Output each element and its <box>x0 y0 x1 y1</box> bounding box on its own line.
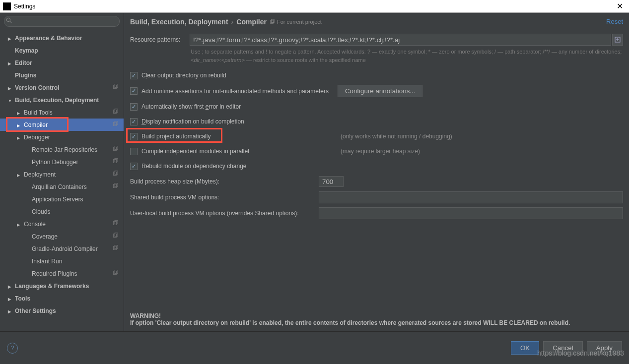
breadcrumb-part: Build, Execution, Deployment <box>130 18 228 26</box>
copy-icon <box>113 146 119 153</box>
rebuild-dep-checkbox[interactable] <box>130 163 138 170</box>
help-button[interactable]: ? <box>7 343 18 354</box>
sidebar-item-plugins[interactable]: Plugins <box>0 69 124 81</box>
expand-icon[interactable] <box>612 34 623 46</box>
sidebar-item-required-plugins[interactable]: Required Plugins <box>0 267 124 280</box>
sidebar-item-label: Appearance & Behavior <box>15 35 82 42</box>
sidebar-item-appearance-behavior[interactable]: Appearance & Behavior <box>0 32 124 44</box>
chevron-right-icon <box>17 221 22 228</box>
copy-icon <box>113 245 119 252</box>
build-auto-hint: (only works while not running / debuggin… <box>321 133 452 140</box>
copy-icon <box>113 109 119 116</box>
chevron-down-icon <box>8 97 13 104</box>
sidebar-item-coverage[interactable]: Coverage <box>0 230 124 243</box>
sidebar-item-label: Other Settings <box>15 307 56 314</box>
chevron-right-icon <box>8 35 13 42</box>
sidebar-item-gradle-android-compiler[interactable]: Gradle-Android Compiler <box>0 243 124 255</box>
notify-label: Display notification on build completion <box>141 118 244 125</box>
sidebar-item-clouds[interactable]: Clouds <box>0 205 124 218</box>
parallel-checkbox[interactable] <box>130 148 138 155</box>
copy-icon <box>113 220 119 228</box>
breadcrumb-sep: › <box>231 18 234 26</box>
window-title: Settings <box>14 3 35 10</box>
shared-vm-label: Shared build process VM options: <box>130 194 319 201</box>
build-auto-checkbox[interactable] <box>130 133 138 140</box>
sidebar-item-compiler[interactable]: Compiler <box>0 119 124 131</box>
svg-line-1 <box>10 21 12 23</box>
notify-checkbox[interactable] <box>130 118 138 125</box>
sidebar-item-arquillian-containers[interactable]: Arquillian Containers <box>0 181 124 193</box>
reset-link[interactable]: Reset <box>606 18 623 25</box>
sidebar-item-label: Remote Jar Repositories <box>32 146 97 153</box>
clear-output-checkbox[interactable] <box>130 72 138 79</box>
sidebar-item-build-execution-deployment[interactable]: Build, Execution, Deployment <box>0 94 124 106</box>
cancel-button[interactable]: Cancel <box>543 341 583 355</box>
ok-button[interactable]: OK <box>511 341 539 355</box>
sidebar-item-languages-frameworks[interactable]: Languages & Frameworks <box>0 280 124 292</box>
sidebar-item-console[interactable]: Console <box>0 218 124 230</box>
chevron-right-icon <box>8 295 13 302</box>
sidebar-item-label: Application Servers <box>32 196 83 203</box>
sidebar-item-tools[interactable]: Tools <box>0 292 124 304</box>
sidebar-item-label: Build Tools <box>24 109 53 116</box>
sidebar-item-build-tools[interactable]: Build Tools <box>0 106 124 119</box>
sidebar-item-application-servers[interactable]: Application Servers <box>0 193 124 205</box>
sidebar-item-label: Deployment <box>24 171 56 178</box>
resource-help: Use ; to separate patterns and ! to nega… <box>191 48 623 64</box>
svg-point-0 <box>6 18 10 21</box>
copy-icon <box>270 19 275 25</box>
sidebar-item-label: Debugger <box>24 134 50 141</box>
heap-input[interactable] <box>319 176 344 187</box>
apply-button[interactable]: Apply <box>587 341 622 355</box>
sidebar: Appearance & BehaviorKeymapEditorPlugins… <box>0 13 124 331</box>
sidebar-item-debugger[interactable]: Debugger <box>0 131 124 143</box>
sidebar-item-label: Version Control <box>15 84 59 91</box>
sidebar-item-instant-run[interactable]: Instant Run <box>0 255 124 267</box>
content-panel: Build, Execution, Deployment › Compiler … <box>124 13 629 331</box>
footer: ? OK Cancel Apply <box>0 331 629 364</box>
copy-icon <box>113 233 119 240</box>
user-vm-input[interactable] <box>319 207 623 219</box>
sidebar-item-remote-jar-repositories[interactable]: Remote Jar Repositories <box>0 143 124 156</box>
sidebar-item-label: Gradle-Android Compiler <box>32 245 98 252</box>
sidebar-item-label: Required Plugins <box>32 270 77 277</box>
warning-text: WARNING! If option 'Clear output directo… <box>130 312 623 326</box>
copy-icon <box>113 270 119 277</box>
parallel-label: Compile independent modules in parallel <box>141 148 249 155</box>
sidebar-item-python-debugger[interactable]: Python Debugger <box>0 156 124 168</box>
search-input[interactable] <box>4 16 120 27</box>
shared-vm-input[interactable] <box>319 191 623 203</box>
chevron-right-icon <box>8 307 13 314</box>
sidebar-item-label: Plugins <box>15 72 36 79</box>
clear-output-label: Clear output directory on rebuild <box>141 72 226 79</box>
breadcrumb: Build, Execution, Deployment › Compiler … <box>130 18 623 26</box>
chevron-right-icon <box>17 121 22 128</box>
chevron-right-icon <box>17 134 22 141</box>
first-error-checkbox[interactable] <box>130 103 138 111</box>
chevron-right-icon <box>8 283 13 290</box>
sidebar-item-label: Build, Execution, Deployment <box>15 97 99 104</box>
svg-rect-24 <box>271 20 274 23</box>
copy-icon <box>113 171 119 178</box>
runtime-assertions-checkbox[interactable] <box>130 87 138 95</box>
copy-icon <box>113 84 119 91</box>
breadcrumb-hint: For current project <box>270 19 322 25</box>
first-error-label: Automatically show first error in editor <box>141 103 241 110</box>
sidebar-item-other-settings[interactable]: Other Settings <box>0 304 124 317</box>
sidebar-item-deployment[interactable]: Deployment <box>0 168 124 181</box>
titlebar: Settings ✕ <box>0 0 629 13</box>
rebuild-dep-label: Rebuild module on dependency change <box>141 163 247 170</box>
svg-rect-25 <box>272 19 275 22</box>
copy-icon <box>113 158 119 166</box>
sidebar-item-version-control[interactable]: Version Control <box>0 81 124 94</box>
close-icon[interactable]: ✕ <box>614 1 626 11</box>
heap-label: Build process heap size (Mbytes): <box>130 178 319 185</box>
settings-tree: Appearance & BehaviorKeymapEditorPlugins… <box>0 30 124 331</box>
sidebar-item-keymap[interactable]: Keymap <box>0 44 124 57</box>
sidebar-item-editor[interactable]: Editor <box>0 57 124 69</box>
app-icon <box>3 2 11 10</box>
breadcrumb-part: Compiler <box>236 18 267 26</box>
resource-patterns-input[interactable] <box>190 34 611 46</box>
configure-annotations-button[interactable]: Configure annotations... <box>338 85 423 97</box>
sidebar-item-label: Languages & Frameworks <box>15 283 89 290</box>
